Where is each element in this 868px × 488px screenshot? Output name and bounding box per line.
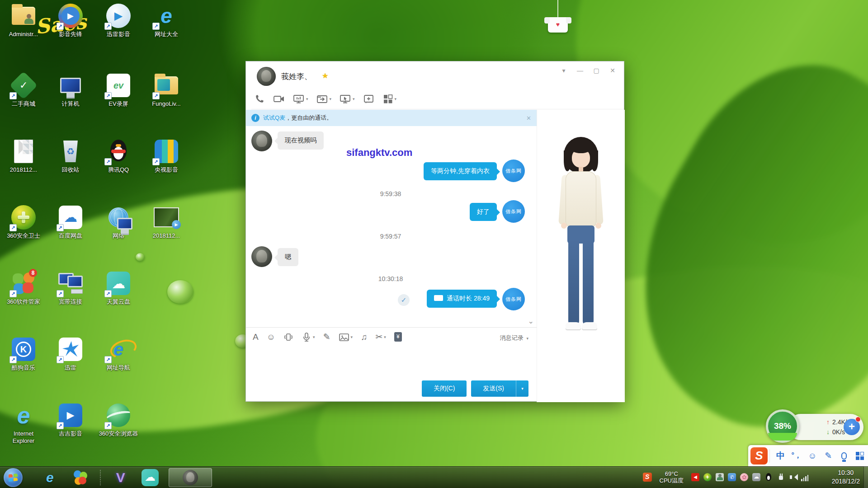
video-call-button[interactable] [270,92,288,106]
send-image-button[interactable]: ▾ [336,331,355,343]
desktop-icon-baidu-netdisk[interactable]: ☁↗ 百度网盘 [49,204,92,239]
desktop-icon-fungoliv[interactable]: ↗ FungoLiv... [145,72,188,108]
desktop-icon-network[interactable]: 网络 [97,204,140,239]
minimize-button[interactable]: — [575,67,585,74]
desktop-icon-kugou[interactable]: K↗ 酷狗音乐 [2,336,45,371]
start-button[interactable] [4,468,23,487]
icon-label: 360安全浏览器 [97,430,140,437]
qq-chat-window: 莪姓李、 ★ ▾ — ▢ ✕ ▾ ▾ ▾ [245,61,624,402]
add-chat-icon [363,94,374,104]
desktop-icon-jiji-player[interactable]: ▶↗ 吉吉影音 [49,402,92,437]
create-session-button[interactable] [360,92,377,106]
taskbar-cloud-button[interactable]: ☁ [142,469,159,486]
cloud-icon: ☁ [64,211,77,224]
close-chat-button[interactable]: 关闭(C) [422,380,467,397]
voice-message-button[interactable]: ▾ [299,331,317,343]
send-options-caret[interactable]: ▾ [516,380,528,397]
punctuation-button[interactable]: °， [788,451,804,460]
send-file-button[interactable]: ▾ [314,92,335,106]
tray-network-icon[interactable] [801,473,809,481]
taskbar-clock[interactable]: 10:302018/12/2 [832,469,860,486]
desktop-icon-recycle-bin[interactable]: ♻ 回收站 [49,138,92,174]
tray-cloud-icon[interactable] [752,473,760,481]
desktop-icon-document-2018112[interactable]: 2018112... [2,138,45,174]
desktop-icon-tencent-qq[interactable]: ↗ 腾讯QQ [97,138,140,174]
peer-message-avatar[interactable] [251,131,272,151]
remote-desktop-button[interactable]: ▾ [337,92,358,106]
tray-megaphone-icon[interactable] [691,473,699,481]
message-history-button[interactable]: 消息记录 ▾ [500,334,528,342]
window-shake-button[interactable] [281,331,296,343]
desktop-icon-wangzhidaquan[interactable]: e↗ 网址大全 [145,3,188,38]
window-menu-button[interactable]: ▾ [559,67,569,74]
taskbar-ie-button[interactable]: e [46,470,54,485]
self-avatar[interactable]: 借条网 [502,160,525,182]
desktop-icon-tianyi-cloud[interactable]: ☁↗ 天翼云盘 [97,270,140,305]
notice-close-icon[interactable]: ✕ [526,115,531,122]
show-desktop-button[interactable] [863,466,868,488]
desktop-icon-wangzhidaohang[interactable]: e↗ 网址导航 [97,336,140,371]
desktop-icon-ershoushangcheng[interactable]: ✓↗ 二手商城 [2,72,45,108]
peer-avatar[interactable] [257,67,276,86]
recycle-bin-icon: ♻ [62,141,79,162]
maximize-button[interactable]: ▢ [591,67,601,74]
handwriting-button[interactable]: ✎ [821,450,836,461]
tray-sogou-icon[interactable]: S [643,473,652,482]
font-button[interactable]: A [250,331,261,343]
self-avatar[interactable]: 借条网 [502,200,525,223]
emoji-button[interactable]: ☺ [264,331,278,343]
desktop-icon-ev-luping[interactable]: ev↗ EV录屏 [97,72,140,108]
tray-phone-icon[interactable] [728,473,736,481]
window-titlebar[interactable]: 莪姓李、 ★ ▾ — ▢ ✕ [246,61,624,89]
tray-flower-icon[interactable] [740,473,748,481]
self-avatar[interactable]: 借条网 [502,288,525,310]
desktop-icon-computer[interactable]: 计算机 [49,72,92,108]
taskbar-sogou-button[interactable] [73,470,88,485]
chinese-mode-button[interactable]: 中 [773,450,788,462]
taskbar-chat-window-button[interactable] [169,468,212,487]
tray-360-icon[interactable] [703,473,712,481]
desktop-icon-xunleiyingyin[interactable]: ▶↗ 迅雷影音 [97,3,140,38]
emoji-picker-button[interactable]: ☺ [804,451,820,461]
message-history[interactable]: 现在视频吗 sifangktv.com 等两分钟,先穿着内衣 借条网 9:59:… [246,126,537,327]
send-button[interactable]: 发送(S) [471,380,516,397]
qmic-link[interactable]: 试试Q麦 [263,114,285,122]
tray-qq-icon[interactable] [764,473,773,481]
screenshot-button[interactable]: ✂ ▾ [373,330,388,343]
peer-message-avatar[interactable] [251,246,272,267]
desktop-icon-360-browser[interactable]: ↗ 360安全浏览器 [97,402,140,437]
tray-volume-icon[interactable] [789,473,797,481]
apps-grid-button[interactable]: ▾ [380,92,400,106]
tshirt-gadget[interactable]: ♥ [548,17,568,33]
handwrite-button[interactable]: ✎ [321,330,333,343]
desktop-icon-xunlei[interactable]: ↗ 迅雷 [49,336,92,371]
qmic-notice-bar: i 试试Q麦 ，更自由的通话。 ✕ [246,110,537,126]
caret-down-icon: ▾ [306,97,308,101]
desktop-icon-internet-explorer[interactable]: e Internet Explorer [2,402,45,445]
desktop-icon-video-2018112[interactable]: ▶ 2018112... [145,204,188,239]
desktop-icon-administrator[interactable]: Administr... [2,3,45,38]
icon-label: 2018112... [145,232,188,239]
outgoing-message: 等两分钟,先穿着内衣 [424,162,497,180]
toolbox-button[interactable] [852,452,868,460]
desktop-icon-broadband[interactable]: ↗ 宽带连接 [49,270,92,305]
scroll-to-bottom-icon[interactable]: ⌄ [528,317,534,325]
sogou-logo[interactable]: S [750,447,768,465]
music-button[interactable]: ♫ [359,331,369,343]
red-packet-button[interactable]: ¥ [392,331,404,343]
tray-user-icon[interactable] [716,473,724,481]
vip-star-icon: ★ [322,71,328,80]
screen-demo-button[interactable]: ▾ [290,92,311,106]
memory-ball[interactable]: 38% [766,409,799,443]
voice-call-button[interactable] [251,92,268,106]
desktop-icon-yingyinxianfeng[interactable]: ▶↗ 影音先锋 [49,3,92,38]
tray-power-icon[interactable] [777,473,785,481]
desktop-icon-360-software[interactable]: 8↗ 360软件管家 [2,270,45,305]
chat-title: 莪姓李、 [281,71,312,82]
close-button[interactable]: ✕ [608,67,618,74]
desktop-icon-yangshiyingyin[interactable]: ↗ 央视影音 [145,138,188,174]
desktop-icon-360-safe[interactable]: ↗ 360安全卫士 [2,204,45,239]
voice-input-button[interactable] [836,452,852,460]
icon-label: 吉吉影音 [49,430,92,437]
taskbar-v-app-button[interactable]: V [116,470,125,485]
